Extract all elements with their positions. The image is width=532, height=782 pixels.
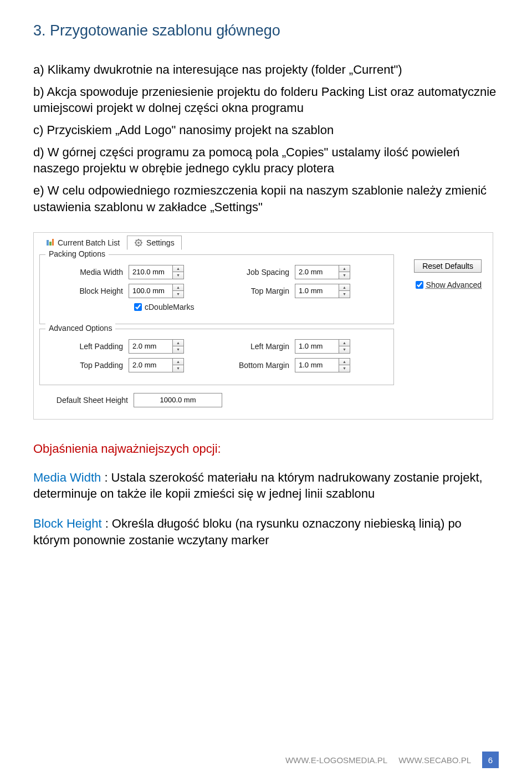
spin-up-icon[interactable]: ▲ [339,265,350,273]
footer-url-1: WWW.E-LOGOSMEDIA.PL [285,755,387,765]
left-padding-label: Left Padding [45,342,129,351]
instruction-c: c) Przyciskiem „Add Logo" nanosimy proje… [33,122,499,139]
bottom-margin-spinner[interactable]: ▲▼ [295,358,350,372]
svg-line-11 [136,244,137,246]
spin-up-icon[interactable]: ▲ [339,359,350,366]
spin-up-icon[interactable]: ▲ [173,340,183,347]
advanced-options-group: Advanced Options Left Padding ▲▼ Left Ma… [39,329,394,385]
default-sheet-height-input[interactable] [134,393,222,407]
svg-rect-0 [47,240,49,246]
explanation-heading: Objaśnienia najważniejszych opcji: [33,442,499,456]
instruction-b: b) Akcja spowoduje przeniesienie projekt… [33,84,499,116]
svg-point-4 [137,242,140,244]
svg-rect-2 [52,239,54,246]
tab-settings-label: Settings [146,238,175,247]
top-margin-label: Top Margin [212,287,295,295]
left-margin-label: Left Margin [212,342,295,351]
top-margin-spinner[interactable]: ▲▼ [295,284,350,298]
top-padding-input[interactable] [129,359,172,372]
show-advanced-label: Show Advanced [426,280,482,289]
left-padding-spinner[interactable]: ▲▼ [129,339,184,354]
show-advanced-input[interactable] [416,281,423,289]
left-padding-input[interactable] [129,340,172,353]
media-width-input[interactable] [129,265,172,279]
page-number: 6 [482,752,499,768]
spin-down-icon[interactable]: ▼ [339,346,350,353]
instruction-list: a) Klikamy dwukrotnie na interesujące na… [33,62,499,216]
media-width-term: Media Width [33,471,101,484]
double-marks-label: cDoubleMarks [145,303,194,311]
block-height-input[interactable] [129,284,172,298]
top-padding-label: Top Padding [45,361,129,370]
spin-down-icon[interactable]: ▼ [339,272,350,279]
job-spacing-label: Job Spacing [212,268,295,277]
left-margin-input[interactable] [295,340,339,353]
left-margin-spinner[interactable]: ▲▼ [295,339,350,354]
spin-up-icon[interactable]: ▲ [173,284,183,292]
show-advanced-checkbox[interactable]: Show Advanced [416,280,482,289]
footer-url-2: WWW.SECABO.PL [398,755,471,765]
gear-icon [134,238,143,247]
instruction-a: a) Klikamy dwukrotnie na interesujące na… [33,62,499,78]
svg-line-12 [141,240,142,241]
block-height-label: Block Height [45,287,129,295]
block-height-spinner[interactable]: ▲▼ [129,284,184,298]
spin-down-icon[interactable]: ▼ [173,272,183,279]
tab-settings[interactable]: Settings [127,236,182,250]
job-spacing-input[interactable] [295,265,339,279]
spin-down-icon[interactable]: ▼ [339,365,350,372]
spin-up-icon[interactable]: ▲ [173,265,183,273]
settings-panel: Current Batch List Settings Reset Defaul… [33,232,493,420]
instruction-d: d) W górnej części programu za pomocą po… [33,144,499,177]
svg-line-10 [141,244,142,246]
tab-current-label: Current Batch List [58,238,120,247]
instruction-e: e) W celu odpowiedniego rozmieszczenia k… [33,182,499,215]
tab-bar: Current Batch List Settings [38,236,488,250]
explanation-media-width: Media Width : Ustala szerokość materiału… [33,469,499,502]
bottom-margin-label: Bottom Margin [212,361,295,370]
spin-up-icon[interactable]: ▲ [339,340,350,347]
default-sheet-height-label: Default Sheet Height [39,396,134,405]
spin-down-icon[interactable]: ▼ [173,291,183,298]
double-marks-input[interactable] [134,303,142,311]
page-footer: WWW.E-LOGOSMEDIA.PL WWW.SECABO.PL 6 [0,752,532,768]
reset-defaults-button[interactable]: Reset Defaults [414,259,482,273]
packing-legend: Packing Options [45,249,109,258]
packing-options-group: Packing Options Media Width ▲▼ Job Spaci… [39,254,394,324]
bottom-margin-input[interactable] [295,359,339,372]
spin-down-icon[interactable]: ▼ [339,291,350,298]
explanation-block-height: Block Height : Określa długość bloku (na… [33,515,499,548]
svg-line-9 [136,240,137,241]
batch-list-icon [45,238,54,247]
side-controls: Reset Defaults Show Advanced [414,259,482,289]
spin-down-icon[interactable]: ▼ [173,365,183,372]
spin-up-icon[interactable]: ▲ [173,359,183,366]
section-heading: 3. Przygotowanie szablonu głównego [33,22,499,39]
spin-down-icon[interactable]: ▼ [173,346,183,353]
block-height-term: Block Height [33,517,102,530]
media-width-label: Media Width [45,268,129,277]
svg-rect-1 [49,242,52,246]
tab-current-batch[interactable]: Current Batch List [38,236,127,250]
media-width-spinner[interactable]: ▲▼ [129,265,184,279]
top-padding-spinner[interactable]: ▲▼ [129,358,184,372]
double-marks-checkbox[interactable]: cDoubleMarks [134,303,194,311]
advanced-legend: Advanced Options [45,324,115,333]
top-margin-input[interactable] [295,284,339,298]
media-width-text: : Ustala szerokość materiału na którym n… [33,471,483,501]
spin-up-icon[interactable]: ▲ [339,284,350,292]
job-spacing-spinner[interactable]: ▲▼ [295,265,350,279]
